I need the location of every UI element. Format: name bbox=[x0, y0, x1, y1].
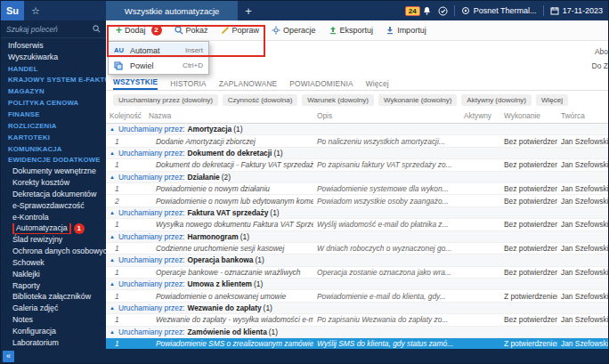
divider bbox=[543, 5, 544, 16]
favorites-star-icon[interactable]: ☆ bbox=[24, 5, 47, 17]
view-tab[interactable]: POWIADOMIENIA bbox=[289, 79, 353, 90]
edit-button[interactable]: Popraw bbox=[215, 23, 266, 37]
operations-button[interactable]: Operacje bbox=[265, 23, 322, 37]
sidebar-item-label: Ochrona danych osobowych bbox=[12, 247, 106, 256]
export-arrow-icon bbox=[329, 26, 337, 35]
sidebar-item-notes[interactable]: Notes bbox=[1, 314, 106, 326]
sidebar-item-ewidencje-dodatkowe[interactable]: EWIDENCJE DODATKOWE bbox=[1, 154, 106, 166]
notifications-button[interactable]: 24 bbox=[405, 6, 432, 16]
operations-button-label: Operacje bbox=[283, 26, 316, 35]
sidebar-item-schowek[interactable]: Schowek bbox=[1, 257, 106, 269]
view-tab[interactable]: ZAPLANOWANE bbox=[219, 79, 278, 90]
show-button-label: Pokaż bbox=[186, 26, 208, 35]
group-prefix: Uruchamiany przez: bbox=[118, 303, 184, 312]
automation-row[interactable]: 2Powiadomienie o nowym lub edytowanym ko… bbox=[106, 195, 608, 206]
filter-chip[interactable]: Warunek (dowolny) bbox=[302, 94, 374, 106]
sidebar-item-label: KARTOTEKI bbox=[8, 133, 50, 142]
sidebar-search[interactable] bbox=[1, 20, 106, 38]
sidebar-item-galeria-zdjęć[interactable]: Galeria zdjęć bbox=[1, 303, 106, 314]
export-button[interactable]: Eksportuj bbox=[322, 23, 380, 37]
automation-row[interactable]: 1Dokument do dekretacji - Faktury VAT sp… bbox=[106, 159, 608, 171]
sidebar-item-infoserwis[interactable]: Infoserwis bbox=[1, 40, 106, 52]
view-tab[interactable]: HISTORIA bbox=[170, 79, 207, 90]
import-button[interactable]: Importuj bbox=[379, 23, 433, 37]
view-tab[interactable]: Więcej bbox=[366, 79, 389, 90]
sidebar-item-biblioteka-załączników[interactable]: Biblioteka załączników bbox=[1, 292, 106, 303]
view-tab[interactable]: WSZYSTKIE bbox=[113, 77, 158, 90]
filter-chip[interactable]: Aktywny (dowolny) bbox=[461, 94, 532, 106]
sidebar-item-komunikacja[interactable]: KOMUNIKACJA bbox=[1, 143, 106, 155]
group-prefix: Uruchamiany przez: bbox=[118, 255, 184, 264]
group-header-row[interactable]: ▲Uruchamiany przez:Dokument do dekretacj… bbox=[106, 148, 608, 159]
sidebar-toggle-button[interactable]: « bbox=[3, 351, 14, 362]
group-header-row[interactable]: ▲Uruchamiany przez:Amortyzacja(1) bbox=[106, 124, 608, 135]
group-header-row[interactable]: ▲Uruchamiany przez:Umowa z klientem(1) bbox=[106, 279, 608, 290]
add-button[interactable]: + Dodaj 2 bbox=[110, 22, 168, 38]
sidebar-item-e-kontrola[interactable]: e-Kontrola bbox=[1, 212, 106, 223]
edit-button-label: Popraw bbox=[232, 26, 260, 35]
automation-row[interactable]: 1Codzienne uruchomienie sesji kasowejW d… bbox=[106, 243, 608, 255]
new-tab-button[interactable]: + bbox=[238, 4, 259, 18]
automation-row[interactable]: 1Powiadomienie SMS o zrealizowanym zamów… bbox=[106, 338, 608, 349]
sidebar-item-kartoteki[interactable]: KARTOTEKI bbox=[1, 132, 106, 143]
sidebar-item-label: Automatyzacja bbox=[12, 223, 71, 235]
column-header-nazwa[interactable]: Nazwa bbox=[145, 111, 313, 120]
sidebar-item-naklejki[interactable]: Naklejki bbox=[1, 269, 106, 280]
search-input[interactable] bbox=[6, 25, 83, 34]
menu-item-powiel[interactable]: Powiel Ctrl+D bbox=[109, 58, 208, 73]
tab-wszystkie-automatyzacje[interactable]: Wszystkie automatyzacje bbox=[106, 1, 238, 20]
sidebar-item-dekretacja-dokumentów[interactable]: Dekretacja dokumentów bbox=[1, 189, 106, 200]
menu-item-automat[interactable]: AU Automat Insert bbox=[109, 43, 208, 58]
automation-row[interactable]: 1Powiadomienie o aneksowanej umowiePowia… bbox=[106, 290, 608, 302]
date-display[interactable]: 17-11-2023 bbox=[550, 6, 603, 15]
sidebar-item-dokumenty-wewnętrzne[interactable]: Dokumenty wewnętrzne bbox=[1, 166, 106, 177]
automation-row[interactable]: 1Operacje bankowe - oznaczanie wrażliwyc… bbox=[106, 267, 608, 279]
group-header-row[interactable]: ▲Uruchamiany przez:Harmonogram(1) bbox=[106, 231, 608, 243]
column-header-kolejnosc[interactable]: Kolejność bbox=[106, 111, 145, 120]
automation-row[interactable]: 1Dodanie Amortyzacji zbiorczejPo nalicze… bbox=[106, 135, 608, 147]
column-header-opis[interactable]: Opis bbox=[313, 111, 460, 120]
automation-row[interactable]: 1Wezwanie do zapłaty - wysyłka wiadomośc… bbox=[106, 314, 608, 326]
check-circle-icon[interactable] bbox=[438, 6, 448, 16]
sidebar-item-magazyn[interactable]: MAGAZYN bbox=[1, 85, 106, 97]
automation-row[interactable]: 1Wysyłka nowego dokumentu Faktura VAT Sp… bbox=[106, 219, 608, 231]
group-header-row[interactable]: ▲Uruchamiany przez:Faktura VAT sprzedaży… bbox=[106, 207, 608, 219]
sidebar-item-wyszukiwarka[interactable]: Wyszukiwarka bbox=[1, 52, 106, 63]
sidebar-item-handel[interactable]: HANDEL bbox=[1, 63, 106, 75]
group-header-row[interactable]: ▲Uruchamiany przez:Operacja bankowa(1) bbox=[106, 255, 608, 266]
printer-status[interactable]: Posnet Thermal... bbox=[461, 6, 537, 15]
filter-chip[interactable]: Czynność (dowolna) bbox=[223, 94, 297, 106]
app-logo[interactable]: Su bbox=[1, 1, 24, 20]
sidebar-item-konfiguracja[interactable]: Konfiguracja bbox=[1, 326, 106, 337]
group-prefix: Uruchamiany przez: bbox=[118, 232, 184, 241]
filter-chip[interactable]: Uruchamiany przez (dowolny) bbox=[113, 94, 218, 106]
group-header-row[interactable]: ▲Uruchamiany przez:Wezwanie do zapłaty(1… bbox=[106, 303, 608, 314]
automation-row[interactable]: 1Powiadomienie o nowym działaniuPowiadom… bbox=[106, 183, 608, 195]
sidebar-item-raporty[interactable]: Raporty bbox=[1, 280, 106, 292]
table-body: ▲Uruchamiany przez:Amortyzacja(1)1Dodani… bbox=[106, 124, 608, 349]
sidebar-item-label: Infoserwis bbox=[8, 41, 44, 51]
sidebar-item-laboratorium[interactable]: Laboratorium bbox=[1, 337, 106, 349]
sidebar-item-label: Notes bbox=[12, 315, 33, 325]
filter-chip[interactable]: Wykonanie (dowolny) bbox=[378, 94, 457, 106]
calendar-icon bbox=[550, 6, 559, 15]
filter-chip[interactable]: Więcej bbox=[536, 94, 568, 106]
column-header-wykonanie[interactable]: Wykonanie bbox=[500, 111, 557, 120]
filter-label: Więcej bbox=[541, 96, 563, 104]
sidebar-item-ślad-rewizyjny[interactable]: Ślad rewizyjny bbox=[1, 234, 106, 246]
sidebar-item-ochrona-danych-osobowych[interactable]: Ochrona danych osobowych bbox=[1, 246, 106, 257]
sidebar-item-rozliczenia[interactable]: ROZLICZENIA bbox=[1, 120, 106, 132]
collapse-triangle-icon: ▲ bbox=[110, 305, 115, 311]
column-header-tworca[interactable]: Twórca bbox=[557, 111, 608, 120]
sidebar-item-polityka-cenowa[interactable]: POLITYKA CENOWA bbox=[1, 97, 106, 109]
group-header-row[interactable]: ▲Uruchamiany przez:Zamówienie od klienta… bbox=[106, 327, 608, 338]
sidebar-item-automatyzacja[interactable]: Automatyzacja1 bbox=[1, 223, 106, 235]
group-prefix: Uruchamiany przez: bbox=[118, 279, 184, 288]
show-button[interactable]: Pokaż bbox=[168, 23, 215, 37]
sidebar-item-krajowy-system-e-faktur[interactable]: KRAJOWY SYSTEM E-FAKTUR bbox=[1, 75, 106, 86]
sidebar-item-finanse[interactable]: FINANSE bbox=[1, 109, 106, 120]
group-header-row[interactable]: ▲Uruchamiany przez:Działanie(2) bbox=[106, 172, 608, 183]
column-header-aktywny[interactable]: Aktywny bbox=[460, 111, 500, 120]
sidebar-item-korekty-kosztów[interactable]: Korekty kosztów bbox=[1, 177, 106, 189]
sidebar-item-e-sprawozdawczość[interactable]: e-Sprawozdawczość bbox=[1, 200, 106, 212]
